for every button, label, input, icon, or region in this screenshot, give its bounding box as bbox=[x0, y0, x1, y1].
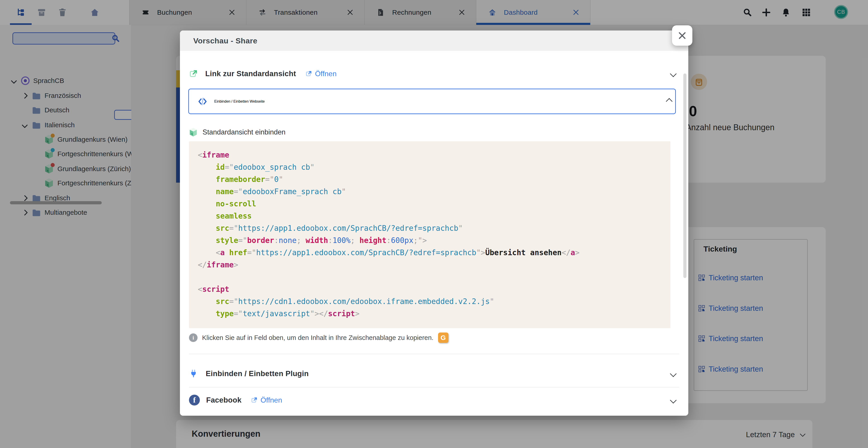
chevron-down-icon[interactable] bbox=[670, 397, 677, 404]
chevron-up-icon[interactable] bbox=[666, 98, 673, 105]
open-link-label: Öffnen bbox=[315, 70, 336, 78]
close-modal-button[interactable] bbox=[672, 25, 692, 46]
grammarly-badge[interactable]: G bbox=[438, 332, 448, 343]
facebook-icon: f bbox=[189, 395, 200, 406]
modal-body: Link zur Standardansicht Öffnen Einbinde… bbox=[180, 51, 688, 416]
info-icon: i bbox=[189, 333, 197, 342]
accordion-einbinden-plugin[interactable]: Einbinden / Einbetten Plugin bbox=[189, 362, 679, 385]
open-link[interactable]: Öffnen bbox=[305, 70, 336, 78]
cube-icon bbox=[189, 128, 197, 137]
share-preview-modal: Vorschau - Share Link zur Standardansich… bbox=[180, 31, 688, 416]
screen: Buchungen Transaktionen Rechnungen bbox=[0, 0, 868, 448]
copy-hint-text: Klicken Sie auf in Feld oben, um den Inh… bbox=[202, 334, 434, 342]
chevron-down-icon[interactable] bbox=[670, 70, 677, 77]
open-link-label: Öffnen bbox=[260, 396, 282, 404]
open-link[interactable]: Öffnen bbox=[251, 396, 282, 404]
chevron-down-icon[interactable] bbox=[670, 370, 677, 377]
accordion-label: Facebook bbox=[206, 396, 241, 404]
accordion-link-standardansicht[interactable]: Link zur Standardansicht Öffnen bbox=[189, 62, 679, 85]
external-link-icon bbox=[251, 397, 258, 404]
accordion-label: Link zur Standardansicht bbox=[205, 69, 296, 78]
copy-hint-row: i Klicken Sie auf in Feld oben, um den I… bbox=[189, 329, 679, 346]
divider bbox=[189, 354, 679, 354]
accordion-facebook[interactable]: f Facebook Öffnen bbox=[189, 389, 679, 411]
plug-icon bbox=[189, 369, 198, 378]
external-link-icon bbox=[305, 70, 312, 77]
embed-heading-label: Standardansicht einbinden bbox=[203, 128, 285, 136]
embed-heading: Standardansicht einbinden bbox=[189, 124, 285, 140]
embed-code[interactable]: <iframe id="edoobox_sprach cb" framebord… bbox=[189, 141, 671, 328]
accordion-label: Einbinden / Einbetten Plugin bbox=[206, 369, 309, 378]
modal-scrollbar[interactable] bbox=[683, 73, 686, 278]
modal-title: Vorschau - Share bbox=[193, 36, 257, 45]
external-link-icon bbox=[189, 69, 198, 78]
code-embed-icon bbox=[197, 97, 208, 106]
accordion-label: Einbinden / Einbetten Webseite bbox=[214, 99, 265, 103]
divider bbox=[189, 387, 679, 387]
modal-header: Vorschau - Share bbox=[180, 31, 688, 51]
accordion-einbinden-webseite[interactable]: Einbinden / Einbetten Webseite bbox=[188, 89, 676, 114]
